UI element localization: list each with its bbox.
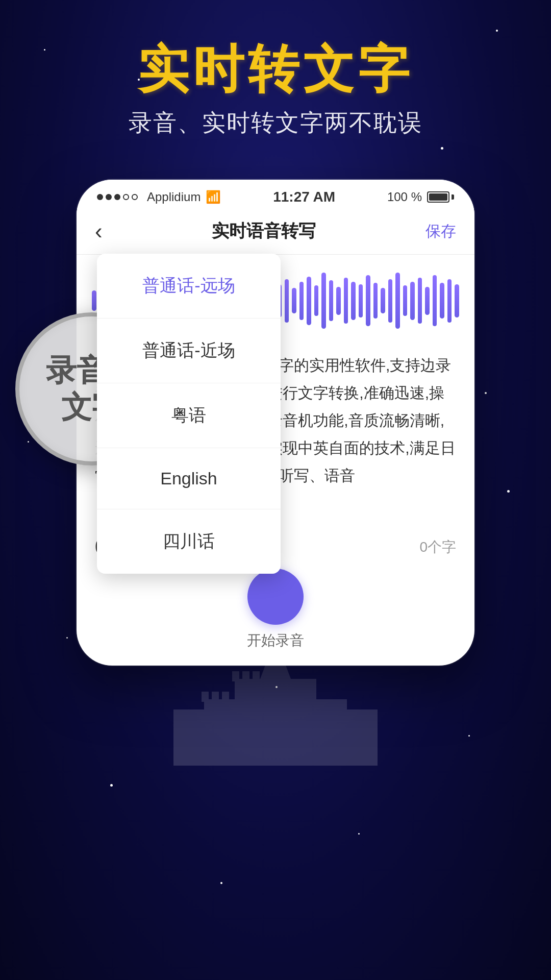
wave-bar <box>410 282 415 320</box>
wave-bar <box>388 279 393 323</box>
wave-bar <box>307 277 311 325</box>
signal-dot-5 <box>132 194 138 200</box>
battery-percentage: 100 % <box>387 190 422 204</box>
dropdown-item-english[interactable]: English <box>97 448 281 509</box>
wave-bar <box>373 283 378 318</box>
signal-dot-1 <box>97 194 103 200</box>
dropdown-item-sichuan[interactable]: 四川话 <box>97 509 281 574</box>
wave-bar <box>395 273 400 329</box>
language-dropdown[interactable]: 普通话-远场普通话-近场粤语English四川话 <box>97 254 281 574</box>
dropdown-item-putonghua-near[interactable]: 普通话-近场 <box>97 318 281 383</box>
dropdown-item-cantonese[interactable]: 粤语 <box>97 383 281 448</box>
wave-bar <box>418 278 422 324</box>
word-count: 0个字 <box>419 537 456 557</box>
nav-bar: ‹ 实时语音转写 保存 <box>77 210 474 255</box>
signal-dot-3 <box>114 194 120 200</box>
status-left: Applidium 📶 <box>97 190 221 204</box>
page: 实时转文字 录音、实时转文字两不耽误 Applidium 📶 <box>0 0 551 980</box>
signal-dot-4 <box>123 194 129 200</box>
record-button[interactable] <box>247 569 304 625</box>
signal-dots <box>97 194 138 200</box>
record-button-area: 开始录音 <box>77 569 474 666</box>
wave-bar <box>359 284 363 317</box>
wave-bar <box>433 275 437 326</box>
dropdown-item-putonghua-far[interactable]: 普通话-远场 <box>97 254 281 318</box>
back-button[interactable]: ‹ <box>95 218 103 244</box>
wave-bar <box>455 284 459 317</box>
wave-bar <box>447 279 452 323</box>
wave-bar <box>314 285 319 316</box>
wave-bar <box>425 287 430 315</box>
wave-bar <box>329 280 334 321</box>
sub-title: 录音、实时转文字两不耽误 <box>0 107 551 139</box>
battery-icon <box>427 191 454 203</box>
phone-container: Applidium 📶 11:27 AM 100 % ‹ 实 <box>77 180 474 666</box>
main-title: 实时转文字 <box>0 41 551 97</box>
status-right: 100 % <box>387 190 454 204</box>
wave-bar <box>344 278 348 324</box>
wave-bar <box>440 283 444 318</box>
wifi-icon: 📶 <box>206 190 221 204</box>
wave-bar <box>336 287 341 315</box>
wave-bar <box>292 288 296 313</box>
record-label: 开始录音 <box>247 631 304 650</box>
nav-title: 实时语音转写 <box>212 219 316 243</box>
carrier-label: Applidium <box>147 190 201 204</box>
hero-section: 实时转文字 录音、实时转文字两不耽误 <box>0 0 551 159</box>
wave-bar <box>381 288 385 313</box>
status-bar: Applidium 📶 11:27 AM 100 % <box>77 180 474 210</box>
save-button[interactable]: 保存 <box>425 221 456 242</box>
wave-bar <box>285 279 289 323</box>
signal-dot-2 <box>106 194 112 200</box>
wave-bar <box>299 282 304 320</box>
wave-bar <box>403 285 408 316</box>
wave-bar <box>366 275 370 326</box>
wave-bar <box>321 273 326 329</box>
status-time: 11:27 AM <box>273 189 335 205</box>
wave-bar <box>92 290 96 311</box>
wave-bar <box>351 282 356 320</box>
